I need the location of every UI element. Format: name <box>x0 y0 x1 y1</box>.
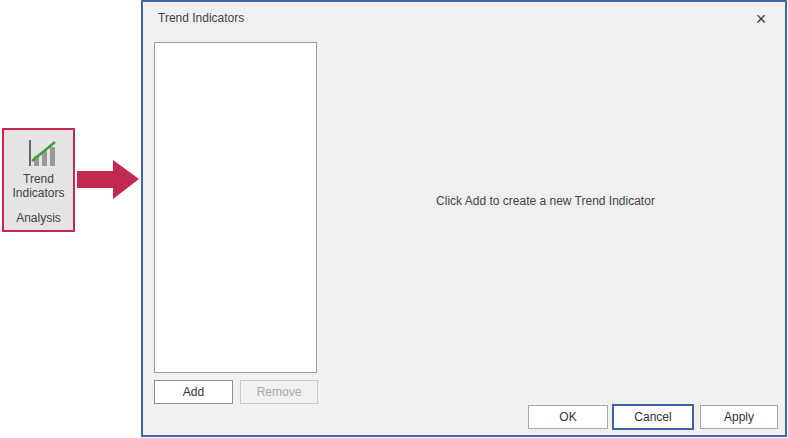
ribbon-group-label: Analysis <box>16 211 61 225</box>
add-button[interactable]: Add <box>154 380 233 404</box>
screenshot-root: Trend Indicators Analysis Trend Indicato… <box>0 0 788 438</box>
ribbon-button-trend-indicators[interactable]: Trend Indicators Analysis <box>2 128 75 232</box>
remove-button[interactable]: Remove <box>240 380 318 404</box>
ok-button[interactable]: OK <box>528 405 608 429</box>
apply-button[interactable]: Apply <box>700 405 778 429</box>
arrow-right-icon <box>77 159 140 201</box>
trend-indicators-dialog: Trend Indicators × Add Remove Click Add … <box>141 0 787 437</box>
close-icon: × <box>756 10 767 28</box>
ribbon-button-label: Trend Indicators <box>12 172 64 200</box>
empty-state-message: Click Add to create a new Trend Indicato… <box>323 194 768 208</box>
ribbon-button-label-line2: Indicators <box>12 186 64 200</box>
cancel-button[interactable]: Cancel <box>612 404 694 430</box>
ribbon-button-label-line1: Trend <box>12 172 64 186</box>
close-button[interactable]: × <box>743 5 779 33</box>
trend-bar-chart-icon <box>22 137 56 169</box>
dialog-title: Trend Indicators <box>158 11 244 25</box>
indicator-list[interactable] <box>154 42 317 373</box>
